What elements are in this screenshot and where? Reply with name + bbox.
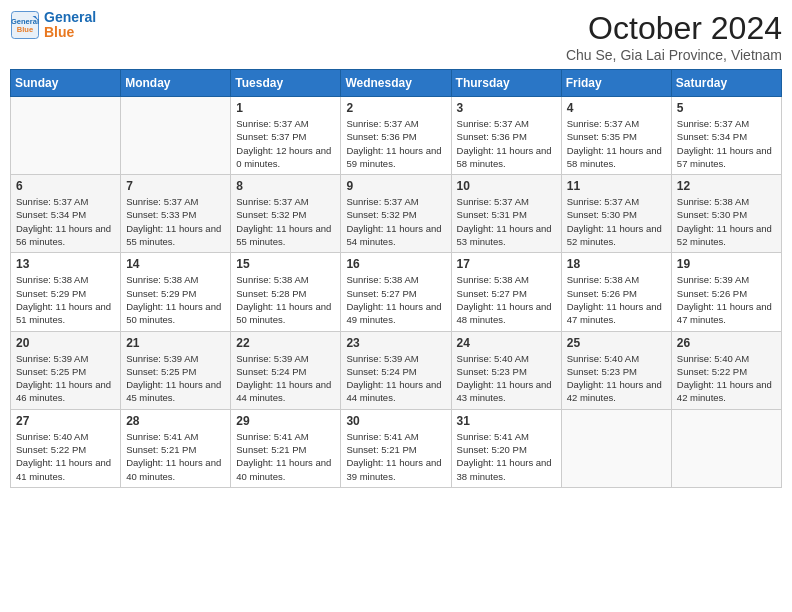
day-number: 10 [457,179,556,193]
cell-info: Sunrise: 5:37 AMSunset: 5:36 PMDaylight:… [457,117,556,170]
day-number: 7 [126,179,225,193]
day-number: 16 [346,257,445,271]
day-header-monday: Monday [121,70,231,97]
calendar-cell: 8Sunrise: 5:37 AMSunset: 5:32 PMDaylight… [231,175,341,253]
day-number: 13 [16,257,115,271]
calendar-cell: 2Sunrise: 5:37 AMSunset: 5:36 PMDaylight… [341,97,451,175]
calendar-cell: 14Sunrise: 5:38 AMSunset: 5:29 PMDayligh… [121,253,231,331]
calendar-cell [11,97,121,175]
calendar-cell: 5Sunrise: 5:37 AMSunset: 5:34 PMDaylight… [671,97,781,175]
day-header-friday: Friday [561,70,671,97]
day-header-wednesday: Wednesday [341,70,451,97]
cell-info: Sunrise: 5:37 AMSunset: 5:34 PMDaylight:… [677,117,776,170]
calendar-cell: 11Sunrise: 5:37 AMSunset: 5:30 PMDayligh… [561,175,671,253]
cell-info: Sunrise: 5:39 AMSunset: 5:24 PMDaylight:… [346,352,445,405]
calendar-cell: 10Sunrise: 5:37 AMSunset: 5:31 PMDayligh… [451,175,561,253]
week-row-2: 6Sunrise: 5:37 AMSunset: 5:34 PMDaylight… [11,175,782,253]
logo-icon: General Blue [10,10,40,40]
day-number: 8 [236,179,335,193]
calendar-header-row: SundayMondayTuesdayWednesdayThursdayFrid… [11,70,782,97]
title-block: October 2024 Chu Se, Gia Lai Province, V… [566,10,782,63]
calendar-cell: 7Sunrise: 5:37 AMSunset: 5:33 PMDaylight… [121,175,231,253]
cell-info: Sunrise: 5:39 AMSunset: 5:24 PMDaylight:… [236,352,335,405]
calendar-cell: 9Sunrise: 5:37 AMSunset: 5:32 PMDaylight… [341,175,451,253]
cell-info: Sunrise: 5:39 AMSunset: 5:26 PMDaylight:… [677,273,776,326]
day-number: 21 [126,336,225,350]
day-number: 30 [346,414,445,428]
logo-text: General Blue [44,10,96,41]
cell-info: Sunrise: 5:37 AMSunset: 5:34 PMDaylight:… [16,195,115,248]
day-number: 23 [346,336,445,350]
day-header-sunday: Sunday [11,70,121,97]
calendar-cell: 31Sunrise: 5:41 AMSunset: 5:20 PMDayligh… [451,409,561,487]
day-number: 29 [236,414,335,428]
day-header-tuesday: Tuesday [231,70,341,97]
week-row-4: 20Sunrise: 5:39 AMSunset: 5:25 PMDayligh… [11,331,782,409]
cell-info: Sunrise: 5:37 AMSunset: 5:30 PMDaylight:… [567,195,666,248]
cell-info: Sunrise: 5:40 AMSunset: 5:22 PMDaylight:… [677,352,776,405]
calendar-cell: 17Sunrise: 5:38 AMSunset: 5:27 PMDayligh… [451,253,561,331]
cell-info: Sunrise: 5:39 AMSunset: 5:25 PMDaylight:… [16,352,115,405]
cell-info: Sunrise: 5:41 AMSunset: 5:21 PMDaylight:… [346,430,445,483]
day-header-thursday: Thursday [451,70,561,97]
calendar-cell: 15Sunrise: 5:38 AMSunset: 5:28 PMDayligh… [231,253,341,331]
cell-info: Sunrise: 5:40 AMSunset: 5:23 PMDaylight:… [457,352,556,405]
calendar-cell: 24Sunrise: 5:40 AMSunset: 5:23 PMDayligh… [451,331,561,409]
cell-info: Sunrise: 5:37 AMSunset: 5:37 PMDaylight:… [236,117,335,170]
cell-info: Sunrise: 5:40 AMSunset: 5:22 PMDaylight:… [16,430,115,483]
cell-info: Sunrise: 5:37 AMSunset: 5:33 PMDaylight:… [126,195,225,248]
cell-info: Sunrise: 5:38 AMSunset: 5:28 PMDaylight:… [236,273,335,326]
day-number: 3 [457,101,556,115]
calendar-cell: 16Sunrise: 5:38 AMSunset: 5:27 PMDayligh… [341,253,451,331]
day-number: 11 [567,179,666,193]
cell-info: Sunrise: 5:38 AMSunset: 5:30 PMDaylight:… [677,195,776,248]
calendar-cell: 22Sunrise: 5:39 AMSunset: 5:24 PMDayligh… [231,331,341,409]
week-row-5: 27Sunrise: 5:40 AMSunset: 5:22 PMDayligh… [11,409,782,487]
calendar-cell: 29Sunrise: 5:41 AMSunset: 5:21 PMDayligh… [231,409,341,487]
cell-info: Sunrise: 5:39 AMSunset: 5:25 PMDaylight:… [126,352,225,405]
day-number: 12 [677,179,776,193]
calendar-table: SundayMondayTuesdayWednesdayThursdayFrid… [10,69,782,488]
calendar-body: 1Sunrise: 5:37 AMSunset: 5:37 PMDaylight… [11,97,782,488]
cell-info: Sunrise: 5:37 AMSunset: 5:31 PMDaylight:… [457,195,556,248]
calendar-cell: 19Sunrise: 5:39 AMSunset: 5:26 PMDayligh… [671,253,781,331]
svg-text:Blue: Blue [17,25,33,34]
day-number: 15 [236,257,335,271]
calendar-cell [671,409,781,487]
cell-info: Sunrise: 5:41 AMSunset: 5:21 PMDaylight:… [126,430,225,483]
calendar-cell: 4Sunrise: 5:37 AMSunset: 5:35 PMDaylight… [561,97,671,175]
day-header-saturday: Saturday [671,70,781,97]
calendar-cell: 30Sunrise: 5:41 AMSunset: 5:21 PMDayligh… [341,409,451,487]
calendar-cell [121,97,231,175]
calendar-title: October 2024 [566,10,782,47]
calendar-cell: 18Sunrise: 5:38 AMSunset: 5:26 PMDayligh… [561,253,671,331]
cell-info: Sunrise: 5:40 AMSunset: 5:23 PMDaylight:… [567,352,666,405]
week-row-3: 13Sunrise: 5:38 AMSunset: 5:29 PMDayligh… [11,253,782,331]
day-number: 18 [567,257,666,271]
calendar-cell: 6Sunrise: 5:37 AMSunset: 5:34 PMDaylight… [11,175,121,253]
day-number: 14 [126,257,225,271]
calendar-cell: 3Sunrise: 5:37 AMSunset: 5:36 PMDaylight… [451,97,561,175]
day-number: 17 [457,257,556,271]
day-number: 1 [236,101,335,115]
week-row-1: 1Sunrise: 5:37 AMSunset: 5:37 PMDaylight… [11,97,782,175]
cell-info: Sunrise: 5:38 AMSunset: 5:27 PMDaylight:… [346,273,445,326]
calendar-cell: 1Sunrise: 5:37 AMSunset: 5:37 PMDaylight… [231,97,341,175]
cell-info: Sunrise: 5:37 AMSunset: 5:36 PMDaylight:… [346,117,445,170]
calendar-cell: 23Sunrise: 5:39 AMSunset: 5:24 PMDayligh… [341,331,451,409]
calendar-cell: 13Sunrise: 5:38 AMSunset: 5:29 PMDayligh… [11,253,121,331]
cell-info: Sunrise: 5:38 AMSunset: 5:26 PMDaylight:… [567,273,666,326]
cell-info: Sunrise: 5:41 AMSunset: 5:20 PMDaylight:… [457,430,556,483]
day-number: 5 [677,101,776,115]
calendar-cell: 12Sunrise: 5:38 AMSunset: 5:30 PMDayligh… [671,175,781,253]
day-number: 9 [346,179,445,193]
cell-info: Sunrise: 5:41 AMSunset: 5:21 PMDaylight:… [236,430,335,483]
day-number: 2 [346,101,445,115]
calendar-cell: 25Sunrise: 5:40 AMSunset: 5:23 PMDayligh… [561,331,671,409]
cell-info: Sunrise: 5:37 AMSunset: 5:32 PMDaylight:… [236,195,335,248]
cell-info: Sunrise: 5:38 AMSunset: 5:27 PMDaylight:… [457,273,556,326]
day-number: 22 [236,336,335,350]
day-number: 4 [567,101,666,115]
day-number: 25 [567,336,666,350]
calendar-cell: 21Sunrise: 5:39 AMSunset: 5:25 PMDayligh… [121,331,231,409]
